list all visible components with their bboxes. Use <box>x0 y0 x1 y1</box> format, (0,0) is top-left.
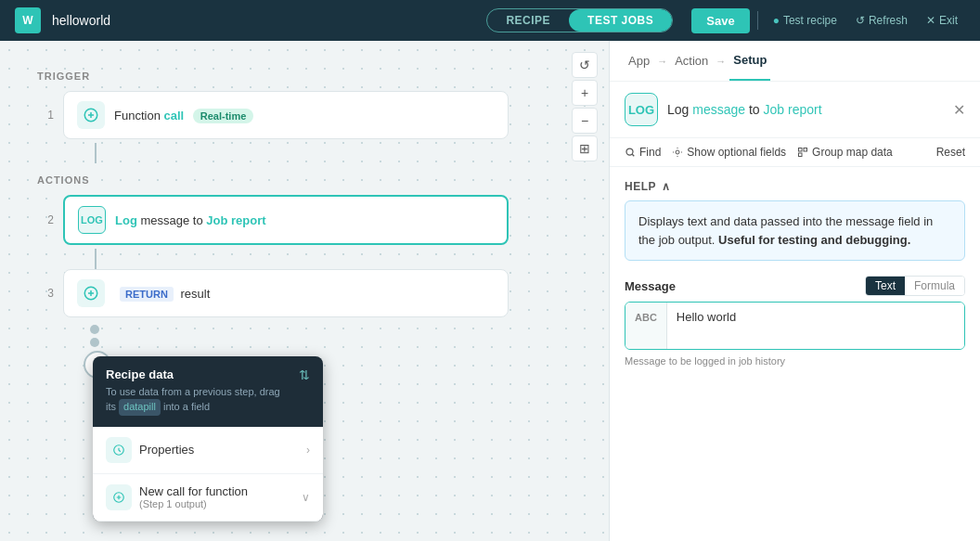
refresh-button[interactable]: ↺ Refresh <box>848 14 915 27</box>
return-badge: RETURN <box>120 287 174 302</box>
step-2-row: 2 LOG Log message to Job report <box>37 195 572 245</box>
canvas-zoom-out-btn[interactable]: − <box>572 108 598 134</box>
dot-2 <box>90 338 99 347</box>
nav-action[interactable]: Action <box>671 54 712 68</box>
step-2-icon: LOG <box>78 206 106 234</box>
mode-text-button[interactable]: Text <box>866 277 905 295</box>
function-sub: (Step 1 output) <box>139 498 248 509</box>
steps-area: TRIGGER 1 Function call Real-time <box>15 56 594 393</box>
step-3-row: 3 RETURN result <box>37 269 572 317</box>
message-input-wrap: ABC <box>625 302 965 350</box>
step-1-card[interactable]: Function call Real-time <box>63 91 509 139</box>
recipe-data-popup: Recipe data To use data from a previous … <box>93 356 323 522</box>
svg-rect-7 <box>804 148 807 152</box>
save-button[interactable]: Save <box>691 8 749 33</box>
message-label: Message <box>625 279 676 293</box>
test-recipe-button[interactable]: ● Test recipe <box>766 14 845 27</box>
dot-1 <box>90 325 99 334</box>
properties-label: Properties <box>139 443 194 457</box>
svg-rect-8 <box>799 153 803 157</box>
datapill-badge[interactable]: datapill <box>119 399 161 415</box>
canvas-controls: ↺ + − ⊞ <box>572 52 598 161</box>
step-3-num: 3 <box>37 287 54 300</box>
app-logo: W <box>15 7 41 33</box>
nav-app[interactable]: App <box>625 54 653 68</box>
panel-header-title: Log message to Job report <box>667 102 944 117</box>
group-map-button[interactable]: Group map data <box>797 146 893 159</box>
topbar: W helloworld RECIPE TEST JOBS Save ● Tes… <box>0 0 980 41</box>
right-panel: App → Action → Setup LOG Log message to … <box>609 41 980 541</box>
recipe-popup-desc: To use data from a previous step, drag i… <box>106 385 280 416</box>
canvas-refresh-btn[interactable]: ↺ <box>572 52 598 78</box>
panel-nav: App → Action → Setup <box>610 41 980 82</box>
app-title: helloworld <box>52 13 110 28</box>
function-icon <box>106 484 132 510</box>
find-button[interactable]: Find <box>625 146 661 159</box>
recipe-items-section: Properties › New call for function (Step… <box>93 427 323 522</box>
svg-point-5 <box>676 150 679 154</box>
divider <box>757 11 758 30</box>
help-box: Displays text and data passed into the m… <box>625 200 965 261</box>
panel-body: HELP ∧ Displays text and data passed int… <box>610 167 980 541</box>
properties-icon <box>106 437 132 463</box>
recipe-popup-close[interactable]: ⇅ <box>299 367 310 382</box>
tab-test-jobs[interactable]: TEST JOBS <box>569 9 672 32</box>
message-field-header: Message Text Formula <box>625 276 965 296</box>
panel-toolbar: Find Show optional fields Group map data… <box>610 138 980 167</box>
recipe-item-properties[interactable]: Properties › <box>93 427 323 474</box>
nav-setup[interactable]: Setup <box>729 41 770 81</box>
function-label: New call for function <box>139 484 248 498</box>
help-section-header[interactable]: HELP ∧ <box>625 180 965 193</box>
main-layout: ↺ + − ⊞ TRIGGER 1 Function call Real-tim… <box>0 41 980 541</box>
canvas-zoom-in-btn[interactable]: + <box>572 80 598 106</box>
step-1-row: 1 Function call Real-time <box>37 91 572 139</box>
nav-arrow-1: → <box>657 56 667 67</box>
recipe-item-function[interactable]: New call for function (Step 1 output) ∨ <box>93 474 323 522</box>
function-chevron: ∨ <box>302 491 310 504</box>
connector-1 <box>95 143 97 163</box>
canvas-fit-btn[interactable]: ⊞ <box>572 135 598 161</box>
view-tabs: RECIPE TEST JOBS <box>486 8 673 32</box>
trigger-label: TRIGGER <box>37 71 572 82</box>
exit-button[interactable]: ✕ Exit <box>919 14 965 27</box>
recipe-canvas: ↺ + − ⊞ TRIGGER 1 Function call Real-tim… <box>0 41 609 541</box>
properties-chevron: › <box>306 444 310 457</box>
field-mode-group: Text Formula <box>865 276 965 296</box>
message-hint: Message to be logged in job history <box>625 355 965 367</box>
recipe-popup-title: Recipe data <box>106 367 280 381</box>
panel-header-icon: LOG <box>625 93 658 126</box>
step-1-icon <box>77 101 105 129</box>
show-optional-button[interactable]: Show optional fields <box>672 146 786 159</box>
connector-2 <box>95 249 97 269</box>
tab-recipe[interactable]: RECIPE <box>487 9 569 32</box>
recipe-popup-header: Recipe data To use data from a previous … <box>93 356 323 427</box>
step-1-num: 1 <box>37 109 54 122</box>
actions-label: ACTIONS <box>37 174 572 186</box>
step-2-card[interactable]: LOG Log message to Job report <box>63 195 509 245</box>
svg-point-4 <box>626 148 633 155</box>
step-1-text: Function call Real-time <box>114 109 253 122</box>
topbar-actions: Save ● Test recipe ↺ Refresh ✕ Exit <box>691 8 965 33</box>
step-1-badge: Real-time <box>193 109 254 123</box>
step-2-num: 2 <box>37 213 54 226</box>
panel-close-button[interactable]: ✕ <box>953 101 965 119</box>
step-3-text: RETURN result <box>114 287 210 301</box>
mode-formula-button[interactable]: Formula <box>905 277 964 295</box>
nav-arrow-2: → <box>716 56 726 67</box>
step-2-text: Log message to Job report <box>115 213 266 227</box>
svg-rect-6 <box>799 148 803 152</box>
message-input-prefix: ABC <box>625 303 667 349</box>
message-input[interactable] <box>667 303 964 349</box>
reset-button[interactable]: Reset <box>936 146 965 159</box>
step-3-icon <box>77 279 105 307</box>
step-3-card[interactable]: RETURN result <box>63 269 509 317</box>
panel-header: LOG Log message to Job report ✕ <box>610 82 980 138</box>
